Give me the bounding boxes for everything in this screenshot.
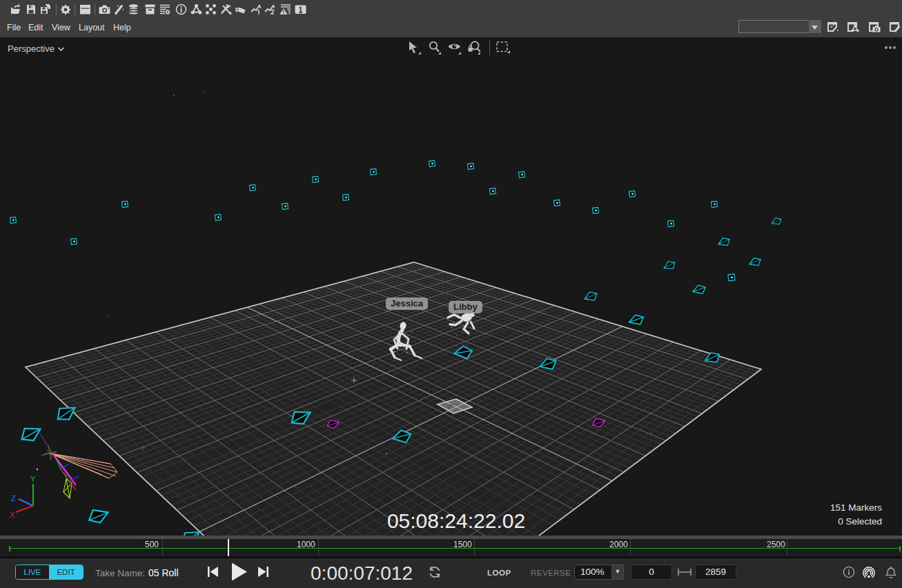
svg-text:Y: Y — [30, 475, 36, 483]
svg-text:Z: Z — [11, 494, 16, 502]
